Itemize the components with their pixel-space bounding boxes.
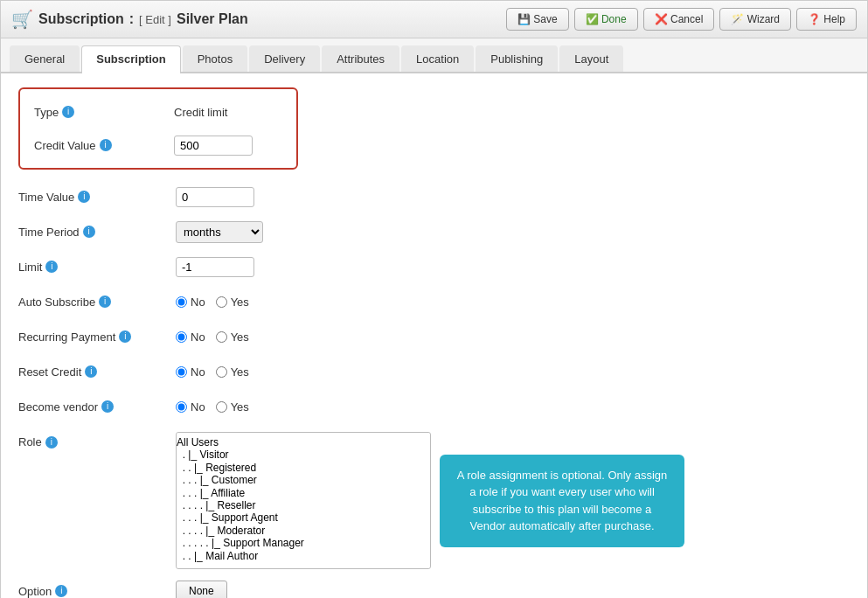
role-list-container: All Users . |_ Visitor . . |_ Registered…	[176, 432, 684, 569]
tab-location[interactable]: Location	[401, 45, 474, 72]
role-label: Role i	[18, 432, 176, 448]
tab-attributes[interactable]: Attributes	[322, 45, 399, 72]
save-button[interactable]: 💾 Save	[506, 8, 569, 31]
role-option-registered[interactable]: . . |_ Registered	[177, 462, 430, 474]
role-list[interactable]: All Users . |_ Visitor . . |_ Registered…	[177, 433, 430, 568]
page-title-subscription: Subscription	[38, 11, 124, 27]
become-vendor-radio-group: No Yes	[176, 400, 249, 414]
role-option-visitor[interactable]: . |_ Visitor	[177, 448, 430, 461]
role-tooltip: A role assignment is optional. Only assi…	[440, 455, 684, 547]
role-option-support-agent[interactable]: . . . |_ Support Agent	[177, 511, 430, 524]
tab-layout[interactable]: Layout	[559, 45, 623, 72]
time-period-label: Time Period i	[18, 226, 176, 239]
time-value-info-icon[interactable]: i	[78, 191, 90, 203]
plan-name: Silver Plan	[177, 11, 248, 27]
limit-input[interactable]	[176, 257, 254, 277]
recurring-payment-info-icon[interactable]: i	[119, 330, 131, 343]
credit-value-row: Credit Value i	[34, 133, 282, 157]
time-value-row: Time Value i	[18, 184, 850, 210]
recurring-payment-radio-group: No Yes	[176, 330, 249, 344]
auto-subscribe-yes[interactable]: Yes	[216, 296, 249, 309]
become-vendor-label: Become vendor i	[18, 400, 176, 414]
role-info-icon[interactable]: i	[45, 436, 58, 448]
limit-label: Limit i	[18, 261, 176, 274]
reset-credit-info-icon[interactable]: i	[85, 365, 97, 378]
time-period-select[interactable]: months days weeks years	[176, 221, 263, 243]
done-button[interactable]: ✅ Done	[574, 8, 638, 31]
become-vendor-info-icon[interactable]: i	[101, 400, 114, 413]
recurring-payment-row: Recurring Payment i No Yes	[18, 323, 850, 350]
reset-credit-yes[interactable]: Yes	[216, 365, 249, 379]
recurring-payment-label: Recurring Payment i	[18, 330, 176, 344]
role-option-moderator[interactable]: . . . . |_ Moderator	[177, 525, 430, 537]
become-vendor-row: Become vendor i No Yes	[18, 393, 850, 420]
credit-limit-label: Credit limit	[174, 106, 227, 119]
option-info-icon[interactable]: i	[55, 585, 67, 597]
type-label: Type i	[34, 106, 174, 119]
auto-subscribe-info-icon[interactable]: i	[99, 296, 111, 308]
header: 🛒 Subscription : [ Edit ] Silver Plan 💾 …	[1, 1, 867, 38]
time-value-input[interactable]	[176, 187, 254, 207]
recurring-payment-no[interactable]: No	[176, 330, 205, 344]
auto-subscribe-radio-group: No Yes	[176, 296, 249, 309]
reset-credit-label: Reset Credit i	[18, 365, 176, 379]
reset-credit-row: Reset Credit i No Yes	[18, 358, 850, 385]
cancel-button[interactable]: ❌ Cancel	[643, 8, 715, 31]
header-buttons: 💾 Save ✅ Done ❌ Cancel 🪄 Wizard ❓ Help	[506, 8, 857, 31]
option-label: Option i	[18, 585, 176, 598]
limit-row: Limit i	[18, 254, 850, 280]
tab-photos[interactable]: Photos	[183, 45, 247, 72]
reset-credit-no[interactable]: No	[176, 365, 205, 379]
title-separator: :	[129, 11, 134, 27]
credit-value-label: Credit Value i	[34, 139, 174, 152]
content-area: Type i Credit limit Credit Value i Time …	[1, 73, 867, 598]
type-row: Type i Credit limit	[34, 100, 282, 124]
help-button[interactable]: ❓ Help	[796, 8, 857, 31]
role-option-mail-author[interactable]: . . |_ Mail Author	[177, 550, 430, 562]
become-vendor-yes[interactable]: Yes	[216, 400, 249, 414]
role-option-all-users[interactable]: All Users	[177, 436, 430, 448]
wizard-button[interactable]: 🪄 Wizard	[719, 8, 791, 31]
role-option-reseller[interactable]: . . . . |_ Reseller	[177, 499, 430, 511]
type-info-icon[interactable]: i	[62, 106, 74, 118]
main-window: 🛒 Subscription : [ Edit ] Silver Plan 💾 …	[0, 0, 868, 598]
time-value-label: Time Value i	[18, 191, 176, 204]
role-option-affiliate[interactable]: . . . |_ Affiliate	[177, 487, 430, 499]
tabs-bar: General Subscription Photos Delivery Att…	[1, 38, 867, 73]
tab-delivery[interactable]: Delivery	[249, 45, 320, 72]
role-option-support-manager[interactable]: . . . . . |_ Support Manager	[177, 537, 430, 549]
time-period-info-icon[interactable]: i	[83, 226, 95, 238]
auto-subscribe-label: Auto Subscribe i	[18, 296, 176, 309]
tab-general[interactable]: General	[10, 45, 80, 72]
auto-subscribe-no[interactable]: No	[176, 296, 205, 309]
limit-info-icon[interactable]: i	[45, 261, 58, 273]
form-rows: Time Value i Time Period i months days w…	[18, 184, 850, 598]
tab-publishing[interactable]: Publishing	[476, 45, 558, 72]
recurring-payment-yes[interactable]: Yes	[216, 330, 249, 344]
option-row: Option i None	[18, 578, 850, 598]
credit-value-input[interactable]	[174, 136, 253, 156]
time-period-row: Time Period i months days weeks years	[18, 219, 850, 245]
auto-subscribe-row: Auto Subscribe i No Yes	[18, 289, 850, 315]
become-vendor-no[interactable]: No	[176, 400, 205, 414]
header-title: 🛒 Subscription : [ Edit ] Silver Plan	[11, 9, 248, 30]
edit-label: [ Edit ]	[139, 13, 171, 26]
credit-value-info-icon[interactable]: i	[100, 139, 112, 151]
tab-subscription[interactable]: Subscription	[81, 45, 180, 73]
highlighted-section: Type i Credit limit Credit Value i	[18, 87, 298, 170]
option-none-button[interactable]: None	[176, 581, 227, 598]
role-row: Role i All Users . |_ Visitor . . |_ Reg…	[18, 428, 850, 569]
role-option-customer[interactable]: . . . |_ Customer	[177, 474, 430, 486]
cart-icon: 🛒	[11, 9, 33, 30]
reset-credit-radio-group: No Yes	[176, 365, 249, 379]
